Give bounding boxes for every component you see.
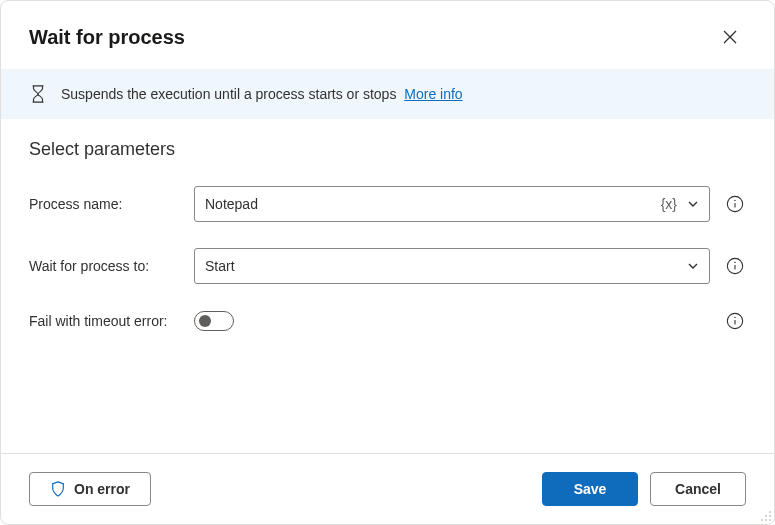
wait-for-combo[interactable]: Start bbox=[194, 248, 710, 284]
svg-point-13 bbox=[769, 515, 771, 517]
dialog-header: Wait for process bbox=[1, 1, 774, 69]
on-error-label: On error bbox=[74, 481, 130, 497]
dialog-footer: On error Save Cancel bbox=[1, 453, 774, 524]
save-button[interactable]: Save bbox=[542, 472, 638, 506]
fail-timeout-info-button[interactable] bbox=[724, 310, 746, 332]
svg-point-12 bbox=[765, 515, 767, 517]
close-icon bbox=[723, 30, 737, 44]
wait-for-value: Start bbox=[205, 258, 687, 274]
wait-for-info-button[interactable] bbox=[724, 255, 746, 277]
row-process-name: Process name: Notepad {x} bbox=[29, 186, 746, 222]
svg-point-3 bbox=[734, 200, 735, 201]
svg-point-6 bbox=[734, 262, 735, 263]
info-banner: Suspends the execution until a process s… bbox=[1, 69, 774, 119]
dialog-body: Select parameters Process name: Notepad … bbox=[1, 119, 774, 453]
close-button[interactable] bbox=[714, 21, 746, 53]
section-title: Select parameters bbox=[29, 139, 746, 160]
resize-grip-icon[interactable] bbox=[760, 510, 772, 522]
more-info-link[interactable]: More info bbox=[404, 86, 462, 102]
info-icon bbox=[726, 195, 744, 213]
chevron-down-icon bbox=[687, 198, 699, 210]
process-name-combo[interactable]: Notepad {x} bbox=[194, 186, 710, 222]
row-fail-timeout: Fail with timeout error: bbox=[29, 310, 746, 332]
shield-icon bbox=[50, 481, 66, 497]
info-banner-text: Suspends the execution until a process s… bbox=[61, 86, 396, 102]
svg-point-9 bbox=[734, 317, 735, 318]
cancel-label: Cancel bbox=[675, 481, 721, 497]
variable-token-icon[interactable]: {x} bbox=[661, 196, 677, 212]
info-icon bbox=[726, 312, 744, 330]
dialog-title: Wait for process bbox=[29, 26, 185, 49]
process-name-value: Notepad bbox=[205, 196, 661, 212]
save-label: Save bbox=[574, 481, 607, 497]
fail-timeout-toggle[interactable] bbox=[194, 311, 234, 331]
toggle-knob bbox=[199, 315, 211, 327]
process-name-info-button[interactable] bbox=[724, 193, 746, 215]
footer-right: Save Cancel bbox=[542, 472, 746, 506]
wait-for-label: Wait for process to: bbox=[29, 258, 194, 274]
chevron-down-icon bbox=[687, 260, 699, 272]
svg-point-14 bbox=[761, 519, 763, 521]
process-name-label: Process name: bbox=[29, 196, 194, 212]
svg-point-16 bbox=[769, 519, 771, 521]
cancel-button[interactable]: Cancel bbox=[650, 472, 746, 506]
info-icon bbox=[726, 257, 744, 275]
hourglass-icon bbox=[29, 85, 47, 103]
info-banner-content: Suspends the execution until a process s… bbox=[61, 86, 463, 102]
fail-timeout-label: Fail with timeout error: bbox=[29, 313, 194, 329]
row-wait-for: Wait for process to: Start bbox=[29, 248, 746, 284]
dialog-wait-for-process: Wait for process Suspends the execution … bbox=[0, 0, 775, 525]
on-error-button[interactable]: On error bbox=[29, 472, 151, 506]
svg-point-15 bbox=[765, 519, 767, 521]
svg-point-11 bbox=[769, 511, 771, 513]
